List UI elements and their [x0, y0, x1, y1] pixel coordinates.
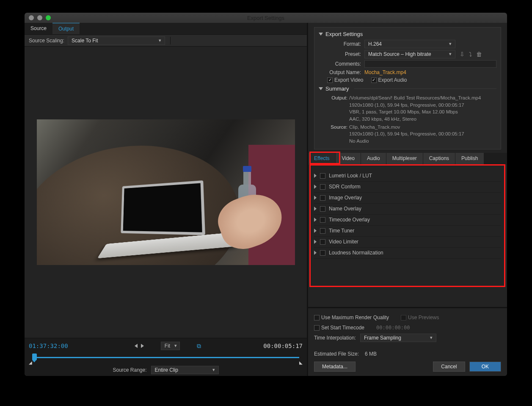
effect-image-overlay[interactable]: Image Overlay	[314, 193, 501, 204]
use-previews-checkbox[interactable]: Use Previews	[401, 315, 439, 320]
chevron-right-icon	[314, 240, 317, 244]
effect-checkbox[interactable]	[320, 184, 325, 190]
source-range-label: Source Range:	[113, 367, 146, 373]
render-options: Use Maximum Render Quality Use Previews …	[308, 307, 507, 376]
in-point-handle[interactable]: ◢	[29, 360, 32, 365]
chevron-right-icon	[314, 174, 317, 178]
start-timecode-value: 00:00:00:00	[376, 325, 410, 331]
export-settings-window: Export Settings Source Output Source Sca…	[25, 13, 507, 376]
export-settings-heading: Export Settings	[325, 31, 363, 37]
effect-timecode-overlay[interactable]: Timecode Overlay	[314, 215, 501, 226]
timeline[interactable]: ◢ ◣	[29, 353, 303, 362]
effect-time-tuner[interactable]: Time Tuner	[314, 226, 501, 237]
source-range-dropdown[interactable]: Entire Clip	[151, 366, 219, 374]
chevron-down-icon[interactable]	[319, 87, 323, 90]
titlebar: Export Settings	[25, 13, 507, 23]
tab-effects[interactable]: Effects	[308, 153, 336, 165]
cancel-button[interactable]: Cancel	[433, 362, 465, 372]
preset-dropdown[interactable]: Match Source – High bitrate	[364, 50, 455, 58]
effect-checkbox[interactable]	[320, 228, 325, 234]
ok-button[interactable]: OK	[469, 362, 501, 372]
effect-checkbox[interactable]	[320, 239, 325, 245]
aspect-ratio-icon[interactable]: ⧉	[197, 342, 201, 350]
time-interpolation-dropdown[interactable]: Frame Sampling	[360, 334, 436, 342]
preview-image	[37, 119, 295, 265]
tab-source[interactable]: Source	[25, 23, 52, 34]
estimated-size-label: Estimated File Size:	[314, 351, 359, 357]
duration-timecode: 00:00:05:17	[260, 342, 303, 349]
max-render-quality-checkbox[interactable]: Use Maximum Render Quality	[314, 315, 389, 320]
window-title: Export Settings	[25, 15, 507, 21]
summary-output: Output:/Volumes/dpl/Sean/! Build Test Re…	[327, 94, 496, 123]
comments-input[interactable]	[364, 60, 496, 68]
export-settings-panel: Export Settings Format: H.264 Preset: Ma…	[314, 27, 501, 149]
tab-captions[interactable]: Captions	[423, 153, 455, 165]
effect-loudness-normalization[interactable]: Loudness Normalization	[314, 248, 501, 259]
effect-checkbox[interactable]	[320, 195, 325, 201]
tab-publish[interactable]: Publish	[455, 153, 484, 165]
time-interpolation-label: Time Interpolation:	[314, 335, 356, 341]
preview-area	[25, 47, 307, 338]
export-video-checkbox[interactable]: ✓Export Video	[327, 77, 364, 83]
chevron-right-icon	[314, 196, 317, 200]
tab-audio[interactable]: Audio	[361, 153, 386, 165]
chevron-right-icon	[314, 218, 317, 222]
summary-heading: Summary	[325, 86, 349, 92]
effect-checkbox[interactable]	[320, 250, 325, 256]
effect-lumetri[interactable]: Lumetri Look / LUT	[314, 171, 501, 182]
chevron-down-icon[interactable]	[319, 33, 323, 36]
chevron-right-icon	[314, 251, 317, 255]
preset-label: Preset:	[319, 51, 361, 57]
effect-name-overlay[interactable]: Name Overlay	[314, 204, 501, 215]
preview-tabs: Source Output	[25, 23, 307, 35]
export-audio-checkbox[interactable]: ✓Export Audio	[371, 77, 407, 83]
playbar: 01:37:32:00 Fit ⧉ 00:00:05:17 ◢	[25, 338, 307, 376]
import-preset-icon[interactable]: ⤵	[469, 51, 472, 58]
next-frame-button[interactable]	[141, 344, 144, 348]
source-scaling-dropdown[interactable]: Scale To Fit	[68, 36, 165, 45]
current-timecode[interactable]: 01:37:32:00	[29, 342, 75, 349]
effect-checkbox[interactable]	[320, 173, 325, 179]
save-preset-icon[interactable]: ⇩	[460, 51, 465, 58]
prev-frame-button[interactable]	[135, 344, 138, 348]
set-start-timecode-checkbox[interactable]: Set Start Timecode	[314, 325, 364, 331]
output-name-link[interactable]: Mocha_Track.mp4	[364, 69, 406, 75]
source-scaling-label: Source Scaling:	[29, 38, 64, 44]
format-dropdown[interactable]: H.264	[364, 40, 455, 48]
effect-sdr-conform[interactable]: SDR Conform	[314, 182, 501, 193]
tab-video[interactable]: Video	[336, 153, 361, 165]
tab-multiplexer[interactable]: Multiplexer	[386, 153, 423, 165]
effect-checkbox[interactable]	[320, 217, 325, 223]
comments-label: Comments:	[319, 61, 361, 67]
chevron-right-icon	[314, 229, 317, 233]
tab-output[interactable]: Output	[52, 23, 80, 34]
estimated-size-value: 6 MB	[365, 351, 377, 357]
settings-tabs: Effects Video Audio Multiplexer Captions…	[308, 153, 507, 165]
effect-checkbox[interactable]	[320, 206, 325, 212]
delete-preset-icon[interactable]: 🗑	[476, 51, 482, 58]
chevron-right-icon	[314, 185, 317, 189]
output-name-label: Output Name:	[319, 69, 361, 75]
metadata-button[interactable]: Metadata...	[314, 362, 356, 372]
effect-video-limiter[interactable]: Video Limiter	[314, 237, 501, 248]
zoom-dropdown[interactable]: Fit	[161, 342, 180, 350]
out-point-handle[interactable]: ◣	[299, 360, 303, 365]
playhead[interactable]	[32, 354, 37, 360]
format-label: Format:	[319, 41, 361, 47]
summary-source: Source:Clip, Mocha_Track.mov 1920x1080 (…	[327, 124, 496, 145]
effects-panel: Lumetri Look / LUT SDR Conform Image Ove…	[308, 165, 507, 276]
chevron-right-icon	[314, 207, 317, 211]
